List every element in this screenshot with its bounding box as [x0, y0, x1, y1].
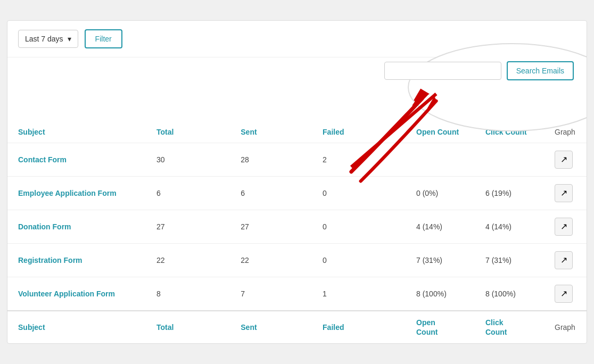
footer-click-count: ClickCount [475, 311, 544, 343]
row-subject: Volunteer Application Form [7, 277, 146, 311]
col-header-sent: Sent [230, 121, 312, 143]
row-click-count: 6 (19%) [475, 176, 544, 210]
row-failed: 0 [312, 210, 406, 243]
table-row: Volunteer Application Form 8 7 1 8 (100%… [7, 277, 587, 311]
row-open-count: 7 (31%) [406, 243, 475, 277]
search-input[interactable] [384, 62, 501, 80]
row-graph: ↗ [544, 243, 587, 277]
graph-button[interactable]: ↗ [555, 251, 573, 269]
search-emails-button[interactable]: Search Emails [507, 61, 574, 80]
date-range-select[interactable]: Last 7 days ▾ [18, 30, 78, 48]
row-click-count: 8 (100%) [475, 277, 544, 311]
col-header-subject: Subject [7, 121, 146, 143]
row-failed: 1 [312, 277, 406, 311]
row-sent: 22 [230, 243, 312, 277]
row-open-count [406, 143, 475, 176]
row-total: 6 [146, 176, 230, 210]
graph-button[interactable]: ↗ [555, 151, 573, 169]
row-sent: 7 [230, 277, 312, 311]
row-subject: Employee Application Form [7, 176, 146, 210]
row-total: 30 [146, 143, 230, 176]
table-row: Donation Form 27 27 0 4 (14%) 4 (14%) ↗ [7, 210, 587, 243]
row-subject: Registration Form [7, 243, 146, 277]
filter-button[interactable]: Filter [85, 29, 122, 48]
table-footer-row: Subject Total Sent Failed OpenCount Clic… [7, 311, 587, 343]
row-graph: ↗ [544, 210, 587, 243]
row-sent: 27 [230, 210, 312, 243]
col-header-failed: Failed [312, 121, 406, 143]
row-open-count: 0 (0%) [406, 176, 475, 210]
emails-table: Subject Total Sent Failed Open Count Cli… [7, 121, 587, 343]
row-graph: ↗ [544, 143, 587, 176]
row-sent: 28 [230, 143, 312, 176]
graph-button[interactable]: ↗ [555, 184, 573, 202]
footer-open-count: OpenCount [406, 311, 475, 343]
row-sent: 6 [230, 176, 312, 210]
row-click-count: 4 (14%) [475, 210, 544, 243]
row-click-count [475, 143, 544, 176]
col-header-total: Total [146, 121, 230, 143]
row-failed: 0 [312, 176, 406, 210]
row-total: 22 [146, 243, 230, 277]
row-open-count: 8 (100%) [406, 277, 475, 311]
main-container: Last 7 days ▾ Filter Search Emails [7, 20, 587, 344]
row-graph: ↗ [544, 277, 587, 311]
table-row: Registration Form 22 22 0 7 (31%) 7 (31%… [7, 243, 587, 277]
footer-sent: Sent [230, 311, 312, 343]
graph-button[interactable]: ↗ [555, 285, 573, 303]
row-total: 8 [146, 277, 230, 311]
row-failed: 2 [312, 143, 406, 176]
row-graph: ↗ [544, 176, 587, 210]
graph-button[interactable]: ↗ [555, 218, 573, 236]
table-row: Contact Form 30 28 2 ↗ [7, 143, 587, 176]
row-click-count: 7 (31%) [475, 243, 544, 277]
row-total: 27 [146, 210, 230, 243]
chevron-down-icon: ▾ [68, 35, 71, 43]
footer-graph: Graph [544, 311, 587, 343]
row-open-count: 4 (14%) [406, 210, 475, 243]
footer-subject: Subject [7, 311, 146, 343]
table-row: Employee Application Form 6 6 0 0 (0%) 6… [7, 176, 587, 210]
row-subject: Contact Form [7, 143, 146, 176]
footer-total: Total [146, 311, 230, 343]
row-subject: Donation Form [7, 210, 146, 243]
footer-failed: Failed [312, 311, 406, 343]
row-failed: 0 [312, 243, 406, 277]
date-range-label: Last 7 days [25, 35, 63, 43]
